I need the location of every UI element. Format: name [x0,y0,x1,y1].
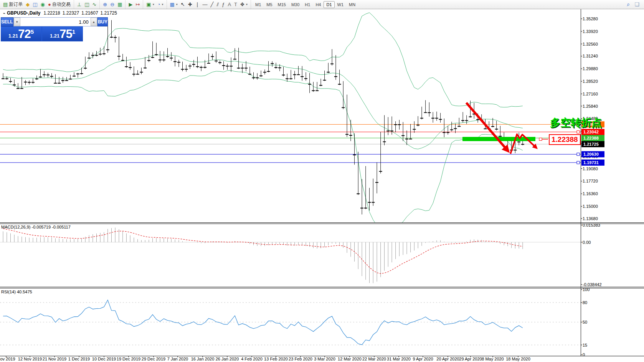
search-icon[interactable]: ⌕ [627,1,630,8]
candle-body [312,90,315,91]
candle-body [245,68,248,68]
arrows-dropdown-icon[interactable]: ▾ [246,3,248,6]
rsi-line [3,300,523,345]
buy-price[interactable]: 1.21 75 1 [42,27,83,41]
fibonacci-icon[interactable]: ƒ [220,2,226,7]
candle-body [267,71,270,72]
horizontal-line-icon[interactable]: ― [201,2,209,7]
level-endpoint[interactable] [577,153,580,156]
candle-body [368,202,371,202]
buy-button[interactable]: BUY [97,17,108,26]
crosshair-icon[interactable]: ✚ [187,2,194,7]
volume-stepper: ▼ ▲ [13,17,97,26]
line-chart-icon: ∿ [92,2,96,7]
candle-body [39,77,42,77]
candle-body [293,74,296,75]
chat-icon[interactable]: ❏ [634,1,639,8]
macd-label: MACD(12,26,9) -0.005719 -0.005117 [1,225,71,229]
price-callout-label[interactable]: 1.22388 [549,134,581,145]
annotation-text[interactable]: 多空转折点 [550,116,602,130]
chart-shift-icon[interactable]: ↦ [134,2,141,7]
rsi-axis-label: 50 [583,320,587,324]
cursor-icon[interactable]: ↖ [179,2,187,7]
candle-body [424,112,427,113]
level-1.23042-tag-text: 1.23042 [583,130,599,134]
templates-dropdown-icon[interactable]: ▾ [153,3,154,6]
volume-decrease-button[interactable]: ▼ [14,18,20,26]
timeframe-h4[interactable]: H4 [313,1,324,8]
timeframe-m1[interactable]: M1 [253,1,264,8]
macd-axis-label: 0.00 [583,240,591,245]
timeframe-d1[interactable]: D1 [324,1,334,8]
market-watch-icon[interactable]: ◆ [24,2,31,7]
text-label-icon[interactable]: T [233,2,239,7]
price-tick-label: 1.31240 [583,54,598,58]
toolbar-right: ⌕❏ [627,1,644,8]
date-label: 10 Dec 2019 [92,357,116,361]
tile-windows-icon[interactable]: ▦ [116,2,124,7]
indicators-list-icon[interactable]: ▩▾ [168,2,179,7]
trendline-icon[interactable]: ╱ [209,2,215,7]
text-icon[interactable]: A [226,2,233,7]
timeframe-h1[interactable]: H1 [302,1,313,8]
templates-icon[interactable]: ▣▾ [145,2,155,7]
line-chart-icon[interactable]: ∿ [91,2,98,7]
periods-dropdown-icon[interactable]: ▾ [162,3,163,6]
profiles-icon[interactable]: ◫ [31,2,39,7]
candle-body [28,82,31,82]
candle-body [20,88,23,89]
horizontal-line-icon: ― [203,2,208,7]
volume-input[interactable] [20,18,91,26]
candle-body [286,79,289,79]
candle-body [405,139,408,139]
zoom-in-icon[interactable]: ⊕ [101,2,109,7]
downtrend-arrow[interactable] [466,103,508,151]
periods-icon[interactable]: ◔▾ [156,2,165,7]
candle-body [117,56,120,56]
sell-button[interactable]: SELL [1,17,13,26]
new-order-button[interactable]: ▤新订单 [2,1,24,8]
new-order-label: 新订单 [9,1,23,8]
level-endpoint[interactable] [577,131,580,133]
equidistant-channel-icon[interactable]: ⫽ [215,2,220,7]
volume-increase-button[interactable]: ▲ [91,18,97,26]
timeframe-mn[interactable]: MN [346,1,358,8]
candle-body [106,49,109,50]
candle-body [263,72,266,72]
signals-icon: ◉ [41,2,45,7]
candles-layer [2,20,524,214]
timeframe-w1[interactable]: W1 [335,1,347,8]
date-label: Nov 2019 [0,357,15,361]
bar-chart-icon[interactable]: ⊥ [76,2,83,7]
vertical-line-icon[interactable]: ❘ [194,2,201,7]
candle-body [297,74,300,75]
indicators-list-dropdown-icon[interactable]: ▾ [176,3,178,6]
zoom-out-icon[interactable]: ⊖ [109,2,116,7]
periods-icon: ◔ [157,2,160,7]
auto-scroll-icon[interactable]: ▶ [127,2,134,7]
candle-body [61,81,64,81]
candlestick-chart-icon[interactable]: ◫ [83,2,91,7]
arrows-icon[interactable]: ✥▾ [239,2,249,7]
label-connector-anchor[interactable] [539,138,542,141]
sell-price[interactable]: 1.21 72 5 [1,27,41,41]
candle-body [114,37,117,38]
trendline-icon: ╱ [211,2,214,7]
chart-canvas[interactable]: 1.352801.339201.325601.312401.298801.285… [0,0,644,362]
level-endpoint[interactable] [577,161,580,164]
signals-icon[interactable]: ◉ [39,2,46,7]
bollinger-lower [3,71,523,227]
level-1.19731-tag-text: 1.19731 [583,160,599,165]
candle-body [43,74,46,75]
timeframe-m30[interactable]: M30 [289,1,302,8]
price-tick-label: 1.27160 [583,92,598,96]
candle-body [76,74,79,74]
timeframe-m15[interactable]: M15 [275,1,289,8]
rsi-axis-label: 100 [583,287,590,292]
timeframe-m5[interactable]: M5 [264,1,275,8]
toolbar-group-scroll: ▶↦ [125,0,143,9]
candle-body [189,66,192,66]
autotrading-button[interactable]: ●自动交易 [46,1,72,8]
candle-body [376,182,378,183]
ohlc-high: 1.22327 [63,10,79,16]
